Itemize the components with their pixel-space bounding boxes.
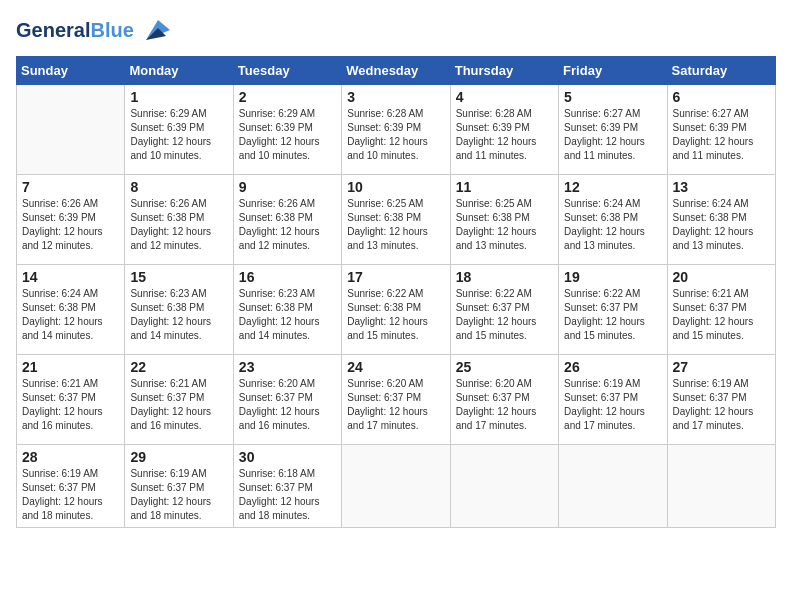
day-info: Sunrise: 6:19 AM Sunset: 6:37 PM Dayligh…: [22, 467, 119, 523]
day-info: Sunrise: 6:28 AM Sunset: 6:39 PM Dayligh…: [456, 107, 553, 163]
day-info: Sunrise: 6:25 AM Sunset: 6:38 PM Dayligh…: [347, 197, 444, 253]
day-info: Sunrise: 6:22 AM Sunset: 6:37 PM Dayligh…: [564, 287, 661, 343]
day-info: Sunrise: 6:23 AM Sunset: 6:38 PM Dayligh…: [130, 287, 227, 343]
day-info: Sunrise: 6:24 AM Sunset: 6:38 PM Dayligh…: [22, 287, 119, 343]
calendar-cell: 15Sunrise: 6:23 AM Sunset: 6:38 PM Dayli…: [125, 265, 233, 355]
calendar-cell: 1Sunrise: 6:29 AM Sunset: 6:39 PM Daylig…: [125, 85, 233, 175]
calendar-week-row: 14Sunrise: 6:24 AM Sunset: 6:38 PM Dayli…: [17, 265, 776, 355]
calendar-cell: 9Sunrise: 6:26 AM Sunset: 6:38 PM Daylig…: [233, 175, 341, 265]
day-info: Sunrise: 6:26 AM Sunset: 6:38 PM Dayligh…: [130, 197, 227, 253]
calendar-cell: 14Sunrise: 6:24 AM Sunset: 6:38 PM Dayli…: [17, 265, 125, 355]
calendar-cell: 17Sunrise: 6:22 AM Sunset: 6:38 PM Dayli…: [342, 265, 450, 355]
calendar-cell: 23Sunrise: 6:20 AM Sunset: 6:37 PM Dayli…: [233, 355, 341, 445]
day-of-week-header: Thursday: [450, 57, 558, 85]
day-of-week-header: Monday: [125, 57, 233, 85]
day-info: Sunrise: 6:29 AM Sunset: 6:39 PM Dayligh…: [130, 107, 227, 163]
day-info: Sunrise: 6:18 AM Sunset: 6:37 PM Dayligh…: [239, 467, 336, 523]
calendar-cell: 18Sunrise: 6:22 AM Sunset: 6:37 PM Dayli…: [450, 265, 558, 355]
calendar-cell: [450, 445, 558, 528]
day-number: 27: [673, 359, 770, 375]
day-number: 15: [130, 269, 227, 285]
day-info: Sunrise: 6:26 AM Sunset: 6:39 PM Dayligh…: [22, 197, 119, 253]
day-number: 4: [456, 89, 553, 105]
day-number: 13: [673, 179, 770, 195]
calendar-cell: 27Sunrise: 6:19 AM Sunset: 6:37 PM Dayli…: [667, 355, 775, 445]
calendar-week-row: 1Sunrise: 6:29 AM Sunset: 6:39 PM Daylig…: [17, 85, 776, 175]
calendar-cell: 5Sunrise: 6:27 AM Sunset: 6:39 PM Daylig…: [559, 85, 667, 175]
calendar-cell: 26Sunrise: 6:19 AM Sunset: 6:37 PM Dayli…: [559, 355, 667, 445]
page-header: GeneralBlue: [16, 16, 776, 44]
day-number: 21: [22, 359, 119, 375]
day-number: 20: [673, 269, 770, 285]
calendar-cell: 21Sunrise: 6:21 AM Sunset: 6:37 PM Dayli…: [17, 355, 125, 445]
day-number: 28: [22, 449, 119, 465]
calendar-cell: 3Sunrise: 6:28 AM Sunset: 6:39 PM Daylig…: [342, 85, 450, 175]
day-info: Sunrise: 6:20 AM Sunset: 6:37 PM Dayligh…: [239, 377, 336, 433]
calendar-cell: 7Sunrise: 6:26 AM Sunset: 6:39 PM Daylig…: [17, 175, 125, 265]
day-number: 6: [673, 89, 770, 105]
day-number: 17: [347, 269, 444, 285]
day-info: Sunrise: 6:22 AM Sunset: 6:38 PM Dayligh…: [347, 287, 444, 343]
day-info: Sunrise: 6:24 AM Sunset: 6:38 PM Dayligh…: [673, 197, 770, 253]
calendar-header-row: SundayMondayTuesdayWednesdayThursdayFrid…: [17, 57, 776, 85]
day-of-week-header: Sunday: [17, 57, 125, 85]
day-info: Sunrise: 6:21 AM Sunset: 6:37 PM Dayligh…: [673, 287, 770, 343]
day-number: 10: [347, 179, 444, 195]
day-info: Sunrise: 6:19 AM Sunset: 6:37 PM Dayligh…: [673, 377, 770, 433]
calendar-week-row: 21Sunrise: 6:21 AM Sunset: 6:37 PM Dayli…: [17, 355, 776, 445]
calendar-cell: 2Sunrise: 6:29 AM Sunset: 6:39 PM Daylig…: [233, 85, 341, 175]
day-info: Sunrise: 6:20 AM Sunset: 6:37 PM Dayligh…: [456, 377, 553, 433]
day-number: 3: [347, 89, 444, 105]
calendar-cell: 28Sunrise: 6:19 AM Sunset: 6:37 PM Dayli…: [17, 445, 125, 528]
calendar-cell: 22Sunrise: 6:21 AM Sunset: 6:37 PM Dayli…: [125, 355, 233, 445]
day-number: 2: [239, 89, 336, 105]
day-of-week-header: Friday: [559, 57, 667, 85]
day-number: 26: [564, 359, 661, 375]
day-info: Sunrise: 6:28 AM Sunset: 6:39 PM Dayligh…: [347, 107, 444, 163]
calendar-cell: 13Sunrise: 6:24 AM Sunset: 6:38 PM Dayli…: [667, 175, 775, 265]
day-number: 1: [130, 89, 227, 105]
day-info: Sunrise: 6:29 AM Sunset: 6:39 PM Dayligh…: [239, 107, 336, 163]
day-number: 16: [239, 269, 336, 285]
calendar-cell: 29Sunrise: 6:19 AM Sunset: 6:37 PM Dayli…: [125, 445, 233, 528]
day-number: 30: [239, 449, 336, 465]
calendar-week-row: 7Sunrise: 6:26 AM Sunset: 6:39 PM Daylig…: [17, 175, 776, 265]
calendar-cell: 24Sunrise: 6:20 AM Sunset: 6:37 PM Dayli…: [342, 355, 450, 445]
day-info: Sunrise: 6:23 AM Sunset: 6:38 PM Dayligh…: [239, 287, 336, 343]
calendar-cell: 12Sunrise: 6:24 AM Sunset: 6:38 PM Dayli…: [559, 175, 667, 265]
calendar-week-row: 28Sunrise: 6:19 AM Sunset: 6:37 PM Dayli…: [17, 445, 776, 528]
logo: GeneralBlue: [16, 16, 170, 44]
day-info: Sunrise: 6:27 AM Sunset: 6:39 PM Dayligh…: [673, 107, 770, 163]
day-number: 9: [239, 179, 336, 195]
day-info: Sunrise: 6:22 AM Sunset: 6:37 PM Dayligh…: [456, 287, 553, 343]
day-number: 8: [130, 179, 227, 195]
day-of-week-header: Wednesday: [342, 57, 450, 85]
day-info: Sunrise: 6:19 AM Sunset: 6:37 PM Dayligh…: [564, 377, 661, 433]
logo-text: GeneralBlue: [16, 19, 134, 41]
day-info: Sunrise: 6:21 AM Sunset: 6:37 PM Dayligh…: [22, 377, 119, 433]
day-number: 22: [130, 359, 227, 375]
day-number: 12: [564, 179, 661, 195]
calendar-cell: [667, 445, 775, 528]
day-number: 29: [130, 449, 227, 465]
day-number: 11: [456, 179, 553, 195]
day-of-week-header: Saturday: [667, 57, 775, 85]
day-info: Sunrise: 6:19 AM Sunset: 6:37 PM Dayligh…: [130, 467, 227, 523]
day-number: 25: [456, 359, 553, 375]
calendar-cell: 16Sunrise: 6:23 AM Sunset: 6:38 PM Dayli…: [233, 265, 341, 355]
calendar-cell: 11Sunrise: 6:25 AM Sunset: 6:38 PM Dayli…: [450, 175, 558, 265]
calendar-cell: 25Sunrise: 6:20 AM Sunset: 6:37 PM Dayli…: [450, 355, 558, 445]
calendar-cell: [559, 445, 667, 528]
day-number: 7: [22, 179, 119, 195]
logo-icon: [138, 16, 170, 44]
day-number: 19: [564, 269, 661, 285]
day-number: 18: [456, 269, 553, 285]
calendar-cell: 20Sunrise: 6:21 AM Sunset: 6:37 PM Dayli…: [667, 265, 775, 355]
calendar-cell: [342, 445, 450, 528]
calendar-cell: 6Sunrise: 6:27 AM Sunset: 6:39 PM Daylig…: [667, 85, 775, 175]
day-info: Sunrise: 6:26 AM Sunset: 6:38 PM Dayligh…: [239, 197, 336, 253]
day-info: Sunrise: 6:20 AM Sunset: 6:37 PM Dayligh…: [347, 377, 444, 433]
calendar-table: SundayMondayTuesdayWednesdayThursdayFrid…: [16, 56, 776, 528]
calendar-cell: 19Sunrise: 6:22 AM Sunset: 6:37 PM Dayli…: [559, 265, 667, 355]
calendar-cell: 10Sunrise: 6:25 AM Sunset: 6:38 PM Dayli…: [342, 175, 450, 265]
